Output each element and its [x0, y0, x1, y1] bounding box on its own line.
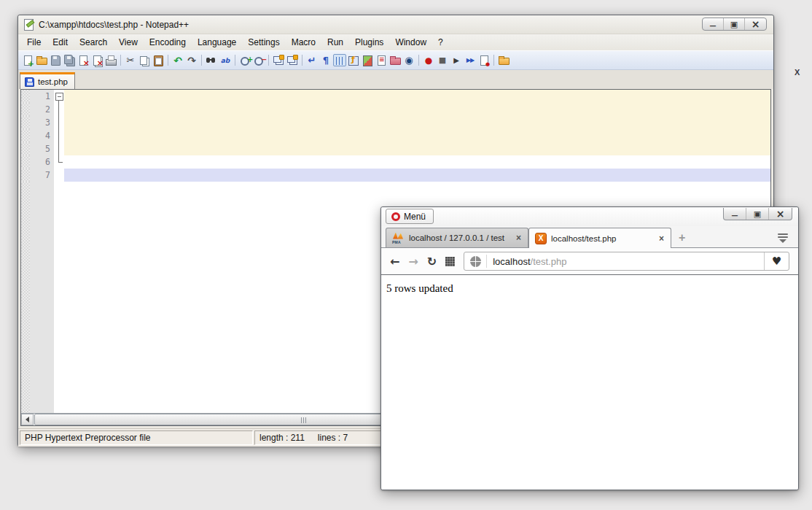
tab-localhost-test-php[interactable]: X localhost/test.php × [528, 228, 671, 248]
macro-record-icon[interactable] [422, 54, 435, 66]
bookmark-margin[interactable] [21, 142, 30, 155]
new-tab-button[interactable]: + [679, 231, 685, 244]
folder-as-workspace-icon[interactable] [389, 54, 402, 66]
close-button[interactable] [769, 208, 792, 220]
fold-margin[interactable] [54, 103, 64, 116]
function-completion-icon[interactable] [347, 54, 360, 66]
tab-close-icon[interactable]: × [515, 233, 522, 243]
menu-edit[interactable]: Edit [47, 35, 74, 50]
code-line: 4 $affected = $pdo->exec($sql); [21, 129, 770, 142]
fold-margin[interactable] [54, 90, 64, 103]
menu-macro[interactable]: Macro [286, 35, 321, 50]
save-all-icon[interactable] [63, 54, 76, 66]
paste-icon[interactable] [152, 54, 165, 66]
bookmark-margin[interactable] [21, 103, 30, 116]
code-line-text[interactable] [64, 169, 770, 182]
opera-logo-icon [391, 212, 400, 221]
toolbar-separator [266, 54, 271, 66]
bookmark-heart-icon[interactable]: ♥ [764, 252, 789, 270]
bookmark-margin[interactable] [21, 169, 30, 182]
menu-plugins[interactable]: Plugins [349, 35, 389, 50]
left-arrow-icon [26, 417, 29, 422]
code-line-text[interactable]: $pdo = new PDO('mysql:host=localhost;dbn… [64, 103, 770, 116]
opera-menu-button[interactable]: Menü [386, 209, 434, 224]
back-button[interactable]: ← [390, 255, 399, 268]
menu-run[interactable]: Run [321, 35, 349, 50]
address-bar[interactable]: localhost/test.php ♥ [464, 252, 789, 271]
macro-save-icon[interactable] [477, 54, 491, 66]
code-line-text[interactable]: echo "$affected rows updated<br>"; [64, 142, 770, 155]
url-text[interactable]: localhost/test.php [493, 256, 566, 267]
cut-icon[interactable] [124, 54, 137, 66]
menu-window[interactable]: Window [389, 35, 432, 50]
menu-help[interactable]: ? [432, 35, 449, 50]
find-icon[interactable] [205, 54, 218, 66]
desktop: { "colors": { "desktop_bg": "#E9E8E8", "… [0, 0, 812, 510]
tab-menu-icon[interactable] [778, 233, 788, 243]
macro-run-multiple-icon[interactable] [464, 54, 477, 66]
bookmark-margin[interactable] [21, 90, 30, 103]
fold-margin[interactable] [54, 116, 64, 129]
zoom-out-icon[interactable] [252, 54, 265, 66]
scroll-left-button[interactable] [21, 414, 34, 425]
maximize-button[interactable] [746, 208, 769, 220]
speed-dial-icon[interactable] [445, 257, 455, 266]
menu-search[interactable]: Search [74, 35, 113, 50]
tab-title: localhost / 127.0.0.1 / test [409, 233, 511, 242]
show-all-characters-icon[interactable] [319, 54, 332, 66]
minimize-button[interactable] [724, 208, 746, 220]
open-file-icon[interactable] [35, 54, 48, 66]
fold-margin[interactable] [54, 155, 64, 169]
tab-phpmyadmin[interactable]: localhost / 127.0.0.1 / test × [386, 228, 528, 247]
macro-stop-icon[interactable] [436, 54, 449, 66]
code-line-text[interactable]: $sql = "UPDATE users SET email_registrat… [64, 116, 770, 129]
document-map-icon[interactable] [361, 54, 374, 66]
bookmark-margin[interactable] [21, 129, 30, 142]
indent-guide-icon[interactable] [333, 54, 346, 66]
redo-icon[interactable] [185, 54, 198, 66]
tab-test-php[interactable]: test.php [20, 72, 75, 89]
new-file-icon[interactable] [21, 54, 34, 66]
menu-view[interactable]: View [113, 35, 144, 50]
maximize-button[interactable] [724, 18, 745, 30]
notepadpp-app-icon [23, 19, 34, 30]
print-icon[interactable] [104, 54, 117, 66]
minimize-button[interactable] [703, 18, 724, 30]
browser-tab-bar: localhost / 127.0.0.1 / test × X localho… [381, 226, 798, 248]
tab-close-icon[interactable]: × [658, 233, 665, 244]
menu-encoding[interactable]: Encoding [144, 35, 192, 50]
notepadpp-title-bar[interactable]: C:\xampp\htdocs\test.php - Notepad++ [18, 15, 773, 34]
toolbar-separator [199, 54, 204, 66]
save-icon[interactable] [49, 54, 62, 66]
notepadpp-window-title: C:\xampp\htdocs\test.php - Notepad++ [39, 20, 189, 30]
undo-icon[interactable] [171, 54, 184, 66]
menu-file[interactable]: File [21, 35, 47, 50]
file-monitoring-icon[interactable] [402, 54, 415, 66]
open-containing-folder-icon[interactable] [497, 54, 510, 66]
fold-margin[interactable] [54, 142, 64, 155]
document-list-icon[interactable] [375, 54, 388, 66]
code-line-text[interactable]: $affected = $pdo->exec($sql); [64, 129, 770, 142]
macro-play-icon[interactable] [450, 54, 463, 66]
close-file-icon[interactable] [77, 54, 90, 66]
menu-settings[interactable]: Settings [242, 35, 285, 50]
replace-icon[interactable] [219, 54, 232, 66]
menu-language[interactable]: Language [192, 35, 242, 50]
opera-title-area[interactable]: Menü [381, 207, 798, 226]
reload-button[interactable]: ↻ [427, 255, 437, 268]
close-button[interactable] [745, 18, 766, 30]
sync-horizontal-scrolling-icon[interactable] [286, 54, 299, 66]
sync-vertical-scrolling-icon[interactable] [272, 54, 285, 66]
bookmark-margin[interactable] [21, 155, 30, 169]
code-line-text[interactable]: ?> [64, 155, 770, 169]
line-number: 4 [30, 129, 54, 142]
zoom-in-icon[interactable] [238, 54, 251, 66]
copy-icon[interactable] [138, 54, 151, 66]
code-line-text[interactable]: <?php [64, 90, 770, 103]
bookmark-margin[interactable] [21, 116, 30, 129]
close-all-icon[interactable] [90, 54, 104, 66]
fold-margin[interactable] [54, 129, 64, 142]
fold-margin[interactable] [54, 169, 64, 182]
forward-button[interactable]: → [408, 255, 418, 268]
word-wrap-icon[interactable] [305, 54, 319, 66]
